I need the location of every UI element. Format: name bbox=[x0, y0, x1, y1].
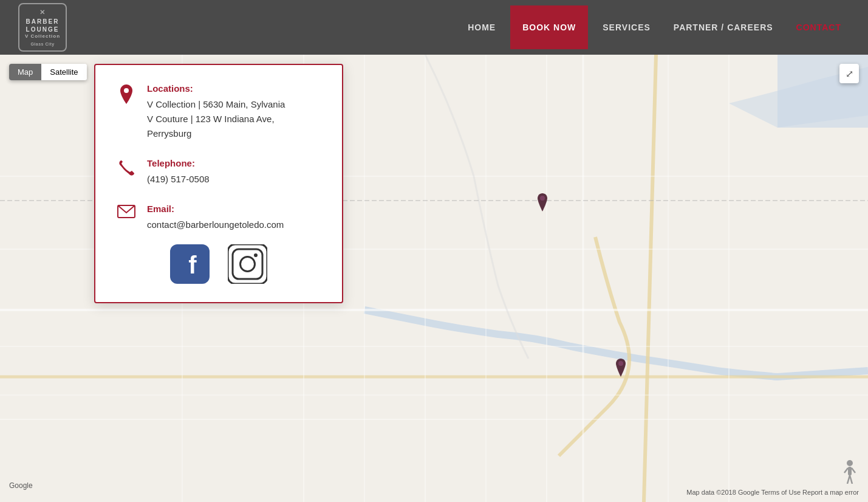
svg-point-20 bbox=[540, 196, 545, 201]
phone-text: (419) 517-0508 bbox=[147, 172, 321, 187]
svg-rect-23 bbox=[848, 467, 852, 475]
google-brand: Google bbox=[9, 481, 33, 490]
svg-point-28 bbox=[124, 88, 129, 93]
svg-rect-33 bbox=[233, 249, 262, 279]
map-pin-sylvania[interactable] bbox=[535, 193, 550, 211]
svg-line-25 bbox=[852, 468, 855, 473]
phone-icon bbox=[117, 159, 136, 179]
logo-main-text: BARBERLOUNGE bbox=[26, 18, 60, 33]
contact-locations-section: Locations: V Collection | 5630 Main, Syl… bbox=[117, 83, 321, 141]
map-footer: Map data ©2018 Google Terms of Use Repor… bbox=[686, 489, 859, 496]
svg-rect-32 bbox=[228, 244, 267, 284]
telephone-label: Telephone: bbox=[147, 158, 321, 168]
contact-locations-content: Locations: V Collection | 5630 Main, Syl… bbox=[147, 83, 321, 141]
nav-partner-careers[interactable]: PARTNER / CAREERS bbox=[665, 18, 782, 37]
locations-label: Locations: bbox=[147, 83, 321, 94]
email-label: Email: bbox=[147, 204, 321, 214]
contact-email-content: Email: contact@barberloungetoledo.com bbox=[147, 204, 321, 232]
logo-city-text: Glass City bbox=[30, 41, 54, 47]
nav-home[interactable]: HOME bbox=[459, 18, 504, 37]
header: ✕ BARBERLOUNGE V Collection Glass City H… bbox=[0, 0, 868, 55]
street-view-icon[interactable] bbox=[844, 459, 856, 484]
location-icon bbox=[117, 84, 136, 104]
nav-services[interactable]: SERVICES bbox=[594, 18, 659, 37]
map-type-map[interactable]: Map bbox=[9, 64, 41, 80]
map-pin-maumee[interactable] bbox=[613, 359, 628, 377]
contact-email-section: Email: contact@barberloungetoledo.com bbox=[117, 204, 321, 232]
svg-line-27 bbox=[850, 475, 852, 484]
map-type-satellite[interactable]: Satellite bbox=[41, 64, 86, 80]
nav-book-now[interactable]: BOOK NOW bbox=[510, 5, 588, 49]
location2-text: V Couture | 123 W Indiana Ave, Perrysbur… bbox=[147, 112, 321, 141]
expand-map-button[interactable]: ⤢ bbox=[839, 64, 859, 83]
instagram-icon[interactable] bbox=[228, 244, 267, 284]
svg-point-35 bbox=[254, 253, 258, 257]
location1-text: V Collection | 5630 Main, Sylvania bbox=[147, 97, 321, 112]
map-type-controls: Map Satellite bbox=[9, 64, 87, 80]
nav-contact[interactable]: CONTACT bbox=[788, 18, 850, 37]
logo-badge: ✕ BARBERLOUNGE V Collection Glass City bbox=[18, 3, 67, 52]
svg-text:f: f bbox=[188, 252, 197, 278]
logo-sub-text: V Collection bbox=[25, 33, 60, 40]
contact-telephone-section: Telephone: (419) 517-0508 bbox=[117, 158, 321, 187]
svg-line-24 bbox=[844, 468, 848, 473]
main-nav: HOME BOOK NOW SERVICES PARTNER / CAREERS… bbox=[459, 5, 850, 49]
email-text: contact@barberloungetoledo.com bbox=[147, 218, 321, 232]
expand-icon: ⤢ bbox=[846, 68, 853, 80]
email-icon bbox=[117, 205, 136, 224]
svg-point-34 bbox=[241, 257, 255, 272]
contact-telephone-content: Telephone: (419) 517-0508 bbox=[147, 158, 321, 187]
svg-point-21 bbox=[618, 361, 623, 366]
social-icons: f bbox=[117, 244, 321, 284]
contact-card: Locations: V Collection | 5630 Main, Syl… bbox=[94, 64, 343, 303]
logo-area: ✕ BARBERLOUNGE V Collection Glass City bbox=[18, 3, 67, 52]
logo-x-mark: ✕ bbox=[39, 8, 46, 16]
svg-point-22 bbox=[847, 460, 853, 466]
facebook-icon[interactable]: f bbox=[170, 244, 210, 284]
